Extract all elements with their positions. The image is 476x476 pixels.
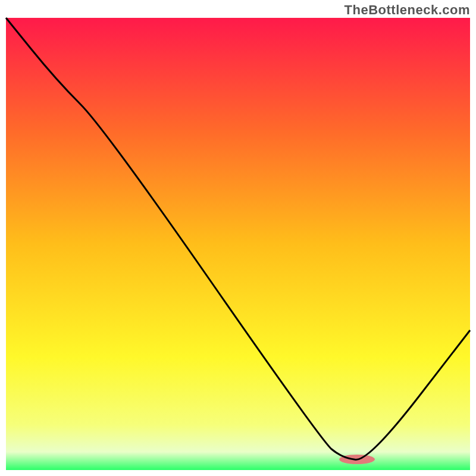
chart-svg — [0, 0, 476, 476]
chart-container: TheBottleneck.com — [0, 0, 476, 476]
watermark-text: TheBottleneck.com — [345, 2, 470, 18]
chart-background — [6, 18, 470, 470]
